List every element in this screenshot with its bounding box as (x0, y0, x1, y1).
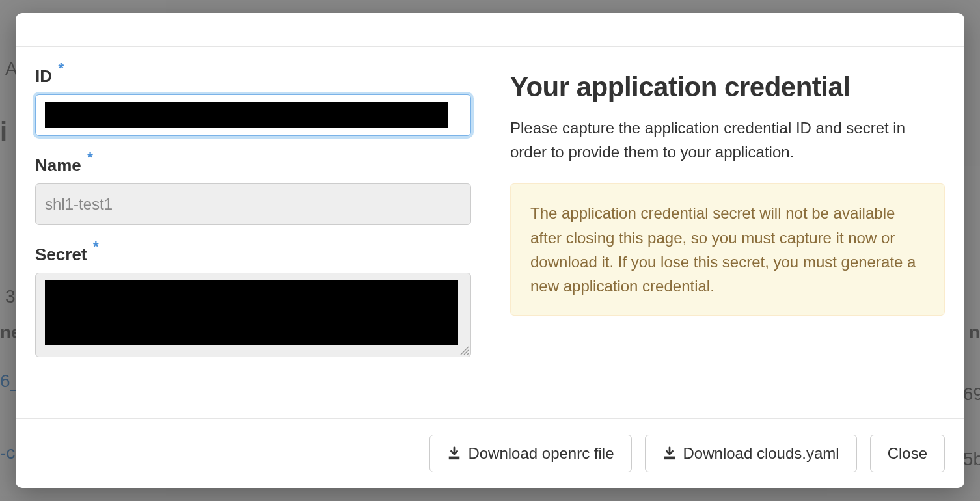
redacted-id-value (45, 102, 448, 128)
bg-text: n (969, 322, 980, 343)
secret-label-text: Secret (35, 245, 87, 264)
info-description: Please capture the application credentia… (510, 116, 945, 164)
id-input[interactable] (35, 94, 471, 136)
close-button[interactable]: Close (870, 435, 945, 472)
id-group: ID * (35, 66, 471, 136)
required-star-icon: * (93, 238, 99, 255)
modal-header (16, 13, 964, 47)
svg-rect-4 (664, 457, 675, 460)
info-column: Your application credential Please captu… (510, 66, 945, 399)
name-group: Name * (35, 156, 471, 225)
bg-text: i (0, 117, 7, 146)
close-label: Close (888, 444, 927, 463)
download-openrc-button[interactable]: Download openrc file (429, 435, 631, 472)
name-label-text: Name (35, 156, 81, 175)
name-input[interactable] (35, 183, 471, 225)
warning-alert: The application credential secret will n… (510, 183, 945, 316)
download-icon (447, 446, 461, 461)
svg-rect-3 (449, 457, 460, 460)
redacted-secret-value (45, 280, 458, 345)
download-openrc-label: Download openrc file (468, 444, 614, 463)
download-icon (662, 446, 677, 461)
id-label: ID * (35, 66, 52, 87)
required-star-icon: * (87, 149, 93, 166)
bg-text: 3 (5, 286, 16, 307)
secret-group: Secret * (35, 245, 471, 360)
info-title: Your application credential (510, 72, 945, 103)
form-column: ID * Name * Secret * (35, 66, 471, 399)
modal-body: ID * Name * Secret * (16, 47, 964, 418)
secret-textarea[interactable] (35, 273, 471, 357)
credential-modal: ID * Name * Secret * (16, 13, 964, 488)
required-star-icon: * (58, 60, 64, 77)
download-clouds-label: Download clouds.yaml (683, 444, 839, 463)
id-label-text: ID (35, 66, 52, 86)
bg-text: 5b (963, 449, 980, 470)
download-clouds-button[interactable]: Download clouds.yaml (645, 435, 857, 472)
name-label: Name * (35, 156, 81, 176)
secret-label: Secret * (35, 245, 87, 265)
bg-text: 69 (963, 384, 980, 405)
modal-footer: Download openrc file Download clouds.yam… (16, 418, 964, 488)
bg-text: -c (0, 442, 15, 463)
